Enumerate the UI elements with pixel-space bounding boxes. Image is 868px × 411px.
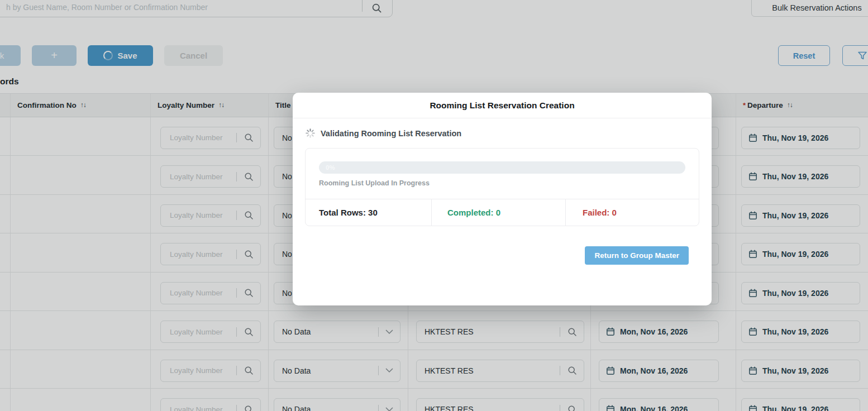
validation-status-row: Validating Rooming List Reservation	[306, 128, 461, 138]
progress-bar: 0%	[319, 161, 685, 174]
progress-stats-row: Total Rows: 30 Completed: 0 Failed: 0	[306, 199, 699, 226]
failed-stat: Failed: 0	[566, 199, 699, 226]
total-rows-stat: Total Rows: 30	[306, 199, 432, 226]
validating-status-text: Validating Rooming List Reservation	[321, 129, 461, 138]
completed-stat: Completed: 0	[432, 199, 566, 226]
progress-card: 0% Rooming List Upload In Progress Total…	[305, 148, 699, 226]
modal-title: Rooming List Reservation Creation	[293, 93, 712, 118]
loading-spinner-icon	[306, 128, 315, 138]
rooming-list-creation-modal: Rooming List Reservation Creation Valida…	[293, 93, 712, 305]
return-to-group-master-button[interactable]: Return to Group Master	[585, 246, 689, 265]
progress-caption: Rooming List Upload In Progress	[319, 179, 685, 187]
progress-percent-label: 0%	[326, 164, 335, 171]
